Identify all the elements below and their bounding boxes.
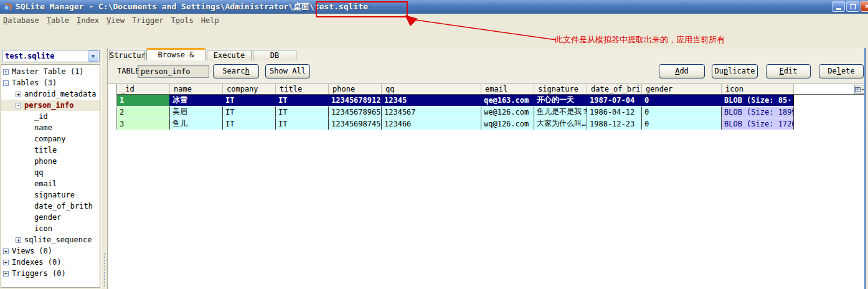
tab-execute-sql[interactable]: Execute SQL bbox=[207, 50, 252, 60]
sqlite-manager-window: SQLite Manager - C:\Documents and Settin… bbox=[0, 0, 868, 289]
tab-browse-search[interactable]: Browse & Search bbox=[146, 48, 205, 60]
tree-item-android-metadata[interactable]: +android_metadata bbox=[1, 88, 100, 100]
expand-toggle-icon[interactable]: + bbox=[16, 237, 21, 243]
col-header-name[interactable]: name bbox=[170, 84, 223, 94]
annotation-text: 此文件是从模拟器中提取出来的，应用当前所有 bbox=[555, 34, 725, 45]
database-selector[interactable]: test.sqlite ▼ bbox=[2, 50, 100, 62]
menu-table[interactable]: Table bbox=[47, 16, 69, 25]
expand-toggle-icon[interactable]: + bbox=[3, 260, 9, 265]
table-row[interactable]: 3 鱼儿 IT IT 12345698745 123466 wq@126.com… bbox=[117, 118, 866, 130]
search-button[interactable]: Search bbox=[213, 64, 259, 78]
firefox-app-icon bbox=[2, 2, 12, 12]
delete-button[interactable]: Delete bbox=[819, 64, 864, 78]
tab-db-settings[interactable]: DB Settings bbox=[253, 50, 296, 60]
menu-view[interactable]: View bbox=[106, 16, 125, 25]
collapse-toggle-icon[interactable]: - bbox=[3, 80, 9, 86]
expand-toggle-icon[interactable]: + bbox=[3, 249, 9, 254]
database-selector-value: test.sqlite bbox=[2, 52, 88, 60]
tree-item-column-phone[interactable]: phone bbox=[1, 156, 100, 167]
restore-icon bbox=[850, 4, 856, 9]
table-row[interactable]: 2 美眉 IT IT 12345678965 1234567 we@126.co… bbox=[117, 106, 866, 118]
results-area: _id name company title phone qq email si… bbox=[108, 83, 864, 289]
sidebar-splitter[interactable] bbox=[101, 48, 108, 289]
tree-item-views[interactable]: +Views (0) bbox=[1, 245, 100, 257]
menu-index[interactable]: Index bbox=[77, 16, 99, 25]
expand-toggle-icon[interactable]: + bbox=[3, 271, 9, 277]
title-bar: SQLite Manager - C:\Documents and Settin… bbox=[0, 0, 868, 14]
tree-item-column-icon[interactable]: icon bbox=[1, 223, 100, 234]
add-button[interactable]: Add bbox=[659, 64, 705, 78]
show-all-button[interactable]: Show All bbox=[265, 64, 310, 78]
tree-item-column-title[interactable]: title bbox=[1, 144, 100, 156]
tree-item-column-company[interactable]: company bbox=[1, 133, 100, 144]
grid-icon bbox=[855, 87, 861, 92]
tree-item-column-signature[interactable]: signature bbox=[1, 189, 100, 201]
menu-help[interactable]: Help bbox=[201, 16, 219, 25]
menu-bar: Database Table Index View Trigger Tools … bbox=[0, 14, 868, 27]
tree-item-column-gender[interactable]: gender bbox=[1, 212, 100, 223]
col-header-icon[interactable]: icon bbox=[722, 84, 794, 94]
table-name-input[interactable] bbox=[138, 65, 209, 78]
tree-item-column-name[interactable]: name bbox=[1, 122, 100, 133]
col-header-signature[interactable]: signature bbox=[534, 84, 587, 94]
tab-structure[interactable]: Structure bbox=[109, 50, 145, 60]
close-button[interactable]: × bbox=[861, 1, 868, 12]
collapse-toggle-icon[interactable]: - bbox=[16, 103, 21, 108]
col-header-phone[interactable]: phone bbox=[329, 84, 382, 94]
chevron-down-icon[interactable]: ▼ bbox=[88, 50, 98, 62]
minimize-icon bbox=[836, 8, 841, 10]
col-header-company[interactable]: company bbox=[223, 84, 276, 94]
header-row: _id name company title phone qq email si… bbox=[117, 84, 866, 94]
tree-item-column-qq[interactable]: qq bbox=[1, 167, 100, 178]
col-header-date-of-brith[interactable]: date_of_brith bbox=[587, 84, 642, 94]
menu-trigger[interactable]: Trigger bbox=[132, 16, 164, 25]
tree-item-tables[interactable]: -Tables (3) bbox=[1, 77, 100, 88]
table-row-selected[interactable]: 1 冰雪 IT IT 12345678912 12345 qe@163.com … bbox=[117, 94, 866, 106]
window-border bbox=[864, 48, 866, 289]
tree-item-person-info[interactable]: -person_info bbox=[1, 100, 100, 111]
col-header-qq[interactable]: qq bbox=[382, 84, 481, 94]
tree-item-column-email[interactable]: email bbox=[1, 178, 100, 189]
menu-tools[interactable]: Tools bbox=[171, 16, 194, 25]
tree-item-triggers[interactable]: +Triggers (0) bbox=[1, 268, 100, 279]
chevron-down-icon: ▾ bbox=[861, 87, 864, 92]
close-icon: × bbox=[865, 2, 868, 11]
tree-item-sqlite-sequence[interactable]: +sqlite_sequence bbox=[1, 234, 100, 245]
tree-item-master-table[interactable]: +Master Table (1) bbox=[1, 66, 100, 77]
table-label: TABLE bbox=[117, 67, 139, 75]
duplicate-button[interactable]: Duplicate bbox=[712, 64, 758, 78]
tree-item-indexes[interactable]: +Indexes (0) bbox=[1, 257, 100, 268]
edit-button[interactable]: Edit bbox=[766, 64, 811, 78]
col-header-title[interactable]: title bbox=[276, 84, 329, 94]
menu-database[interactable]: Database bbox=[3, 16, 39, 25]
toolbar: ⟳ bbox=[0, 27, 868, 48]
browse-controls: TABLE Search Show All Add Duplicate Edit… bbox=[108, 60, 864, 83]
sidebar: test.sqlite ▼ +Master Table (1) -Tables … bbox=[0, 48, 101, 289]
database-tree: +Master Table (1) -Tables (3) +android_m… bbox=[1, 64, 100, 288]
col-header-email[interactable]: email bbox=[481, 84, 534, 94]
expand-toggle-icon[interactable]: + bbox=[16, 92, 21, 97]
minimize-button[interactable] bbox=[832, 1, 845, 12]
col-header-id[interactable]: _id bbox=[117, 84, 170, 94]
col-header-gender[interactable]: gender bbox=[642, 84, 722, 94]
main-panel: Structure Browse & Search Execute SQL DB… bbox=[108, 48, 864, 289]
column-chooser-button[interactable]: ▾ bbox=[854, 85, 865, 94]
annotation-highlight-box bbox=[316, 1, 408, 17]
tree-item-column-date-of-brith[interactable]: date_of_brith bbox=[1, 201, 100, 212]
results-table: _id name company title phone qq email si… bbox=[116, 84, 866, 130]
restore-button[interactable] bbox=[846, 1, 859, 12]
expand-toggle-icon[interactable]: + bbox=[3, 69, 9, 75]
tree-item-column-id[interactable]: _id bbox=[1, 111, 100, 122]
tab-bar: Structure Browse & Search Execute SQL DB… bbox=[108, 48, 864, 60]
